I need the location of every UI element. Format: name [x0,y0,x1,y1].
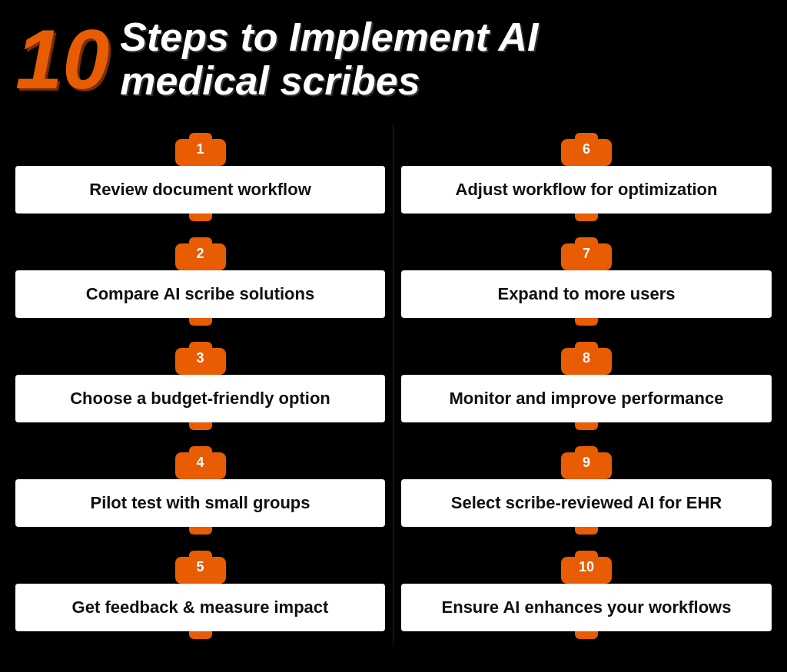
step-text-2: Compare AI scribe solutions [86,284,314,304]
connector-top-8 [575,342,598,348]
header: 10 Steps to Implement AI medical scribes [8,15,779,103]
step-badge-10: 10 [561,557,612,584]
step-badge-4: 4 [175,452,226,479]
step-cell-1: 1 Review document workflow [8,124,394,229]
step-text-1: Review document workflow [89,180,311,200]
step-wrapper-9: 9 Select scribe-reviewed AI for EHR [401,446,772,535]
step-text-9: Select scribe-reviewed AI for EHR [451,493,722,513]
step-cell-7: 7 Expand to more users [394,229,779,333]
step-wrapper-10: 10 Ensure AI enhances your workflows [401,551,772,639]
connector-top-7 [575,237,598,243]
main-container: 10 Steps to Implement AI medical scribes… [0,0,787,672]
connector-top-5 [189,551,212,557]
connector-top-10 [575,551,598,557]
step-wrapper-7: 7 Expand to more users [401,237,772,326]
step-text-8: Monitor and improve performance [450,389,724,409]
connector-top-4 [189,446,212,452]
steps-grid: 1 Review document workflow 6 Adjust work… [8,124,779,647]
step-cell-10: 10 Ensure AI enhances your workflows [394,542,779,647]
step-box-2: Compare AI scribe solutions [15,270,385,318]
step-badge-5: 5 [175,557,226,584]
step-box-9: Select scribe-reviewed AI for EHR [401,479,772,527]
step-text-4: Pilot test with small groups [90,493,310,513]
header-big-number: 10 [15,17,109,101]
step-box-8: Monitor and improve performance [401,375,772,422]
step-box-3: Choose a budget-friendly option [15,375,385,422]
step-cell-5: 5 Get feedback & measure impact [8,542,394,647]
step-wrapper-1: 1 Review document workflow [15,133,385,221]
step-wrapper-3: 3 Choose a budget-friendly option [15,342,385,430]
step-badge-7: 7 [561,243,612,270]
step-box-1: Review document workflow [15,166,385,214]
step-box-6: Adjust workflow for optimization [401,166,772,214]
step-cell-9: 9 Select scribe-reviewed AI for EHR [394,438,779,542]
step-box-5: Get feedback & measure impact [15,584,385,631]
step-badge-6: 6 [561,139,612,166]
step-box-10: Ensure AI enhances your workflows [401,584,772,631]
step-cell-4: 4 Pilot test with small groups [8,438,394,542]
step-cell-2: 2 Compare AI scribe solutions [8,229,394,333]
step-wrapper-2: 2 Compare AI scribe solutions [15,237,385,326]
step-wrapper-8: 8 Monitor and improve performance [401,342,772,430]
step-badge-8: 8 [561,348,612,375]
connector-top-6 [575,133,598,139]
step-badge-3: 3 [175,348,226,375]
step-cell-3: 3 Choose a budget-friendly option [8,333,394,438]
connector-top-9 [575,446,598,452]
connector-top-3 [189,342,212,348]
connector-top-1 [189,133,212,139]
step-wrapper-5: 5 Get feedback & measure impact [15,551,385,639]
step-text-5: Get feedback & measure impact [72,598,329,617]
step-text-3: Choose a budget-friendly option [70,389,330,409]
step-text-10: Ensure AI enhances your workflows [442,598,732,617]
step-text-6: Adjust workflow for optimization [456,180,718,200]
step-badge-9: 9 [561,452,612,479]
header-title: Steps to Implement AI medical scribes [120,15,538,103]
step-text-7: Expand to more users [497,284,675,304]
step-box-4: Pilot test with small groups [15,479,385,527]
connector-top-2 [189,237,212,243]
step-badge-2: 2 [175,243,226,270]
step-cell-6: 6 Adjust workflow for optimization [394,124,779,229]
step-cell-8: 8 Monitor and improve performance [394,333,779,438]
step-wrapper-4: 4 Pilot test with small groups [15,446,385,535]
step-box-7: Expand to more users [401,270,772,318]
step-wrapper-6: 6 Adjust workflow for optimization [401,133,772,221]
step-badge-1: 1 [175,139,226,166]
